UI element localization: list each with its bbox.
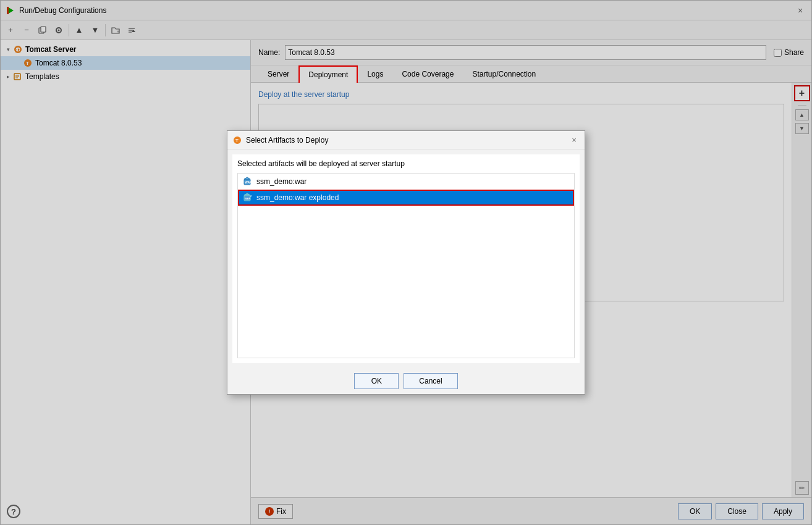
artifact-item-war-exploded[interactable]: WAR ↗ ssm_demo:war exploded [238, 190, 574, 206]
modal-title-bar: T Select Artifacts to Deploy × [227, 131, 585, 149]
artifact-list: WAR ssm_demo:war WAR [237, 173, 575, 358]
war-exploded-icon: WAR ↗ [243, 193, 253, 203]
artifact-war-exploded-label: ssm_demo:war exploded [256, 193, 339, 202]
artifact-item-war[interactable]: WAR ssm_demo:war [238, 174, 574, 190]
svg-text:WAR: WAR [245, 180, 252, 184]
main-window: Run/Debug Configurations × + − ▲ ▼ + [0, 0, 812, 525]
modal-footer: OK Cancel [227, 368, 585, 394]
modal-title-text: Select Artifacts to Deploy [246, 136, 569, 145]
modal-cancel-button[interactable]: Cancel [404, 373, 457, 389]
artifact-war-label: ssm_demo:war [256, 177, 307, 186]
modal-content: Selected artifacts will be deployed at s… [232, 154, 580, 363]
modal-subtitle: Selected artifacts will be deployed at s… [237, 159, 575, 168]
modal-title-icon: T [232, 135, 242, 145]
war-icon: WAR [243, 177, 253, 187]
modal-overlay: T Select Artifacts to Deploy × Selected … [1, 1, 811, 524]
select-artifacts-dialog: T Select Artifacts to Deploy × Selected … [227, 130, 585, 395]
svg-text:↗: ↗ [249, 195, 252, 198]
modal-close-button[interactable]: × [569, 135, 580, 146]
svg-text:T: T [235, 138, 239, 143]
svg-marker-22 [244, 177, 250, 179]
modal-ok-button[interactable]: OK [354, 373, 399, 389]
